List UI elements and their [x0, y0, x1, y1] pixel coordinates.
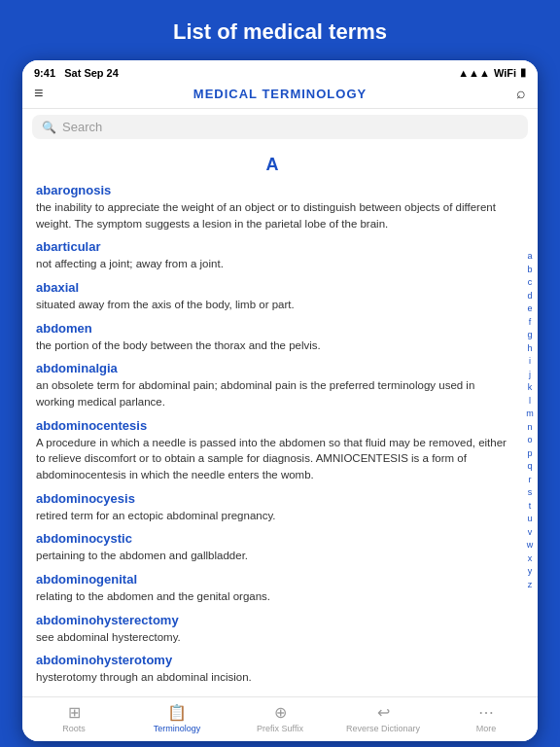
page-header-title: List of medical terms: [173, 19, 387, 44]
term-entry[interactable]: abdominocentesisA procedure in which a n…: [36, 418, 508, 483]
tab-more[interactable]: ⋯More: [435, 703, 538, 733]
term-entry[interactable]: abdomenthe portion of the body between t…: [36, 321, 508, 354]
alpha-letter-n[interactable]: n: [527, 421, 532, 435]
term-entry[interactable]: abdominocysticpertaining to the abdomen …: [36, 531, 508, 564]
term-name: abdominopelvic: [36, 694, 508, 696]
alpha-letter-k[interactable]: k: [528, 381, 533, 395]
term-entry[interactable]: abdominohysterotomyhysterotomy through a…: [36, 653, 508, 686]
alpha-letter-v[interactable]: v: [528, 526, 533, 540]
alpha-letter-x[interactable]: x: [528, 552, 533, 566]
tab-roots[interactable]: ⊞Roots: [22, 703, 125, 733]
search-placeholder: Search: [62, 120, 102, 134]
search-bar[interactable]: 🔍 Search: [32, 115, 528, 139]
alpha-letter-b[interactable]: b: [527, 264, 532, 277]
alpha-letter-m[interactable]: m: [526, 408, 534, 421]
status-time-date: 9:41 Sat Sep 24: [34, 67, 119, 79]
term-name: abdominogenital: [36, 572, 508, 587]
page-header: List of medical terms: [0, 0, 560, 60]
alpha-letter-p[interactable]: p: [527, 447, 532, 461]
alpha-letter-y[interactable]: y: [528, 565, 533, 579]
term-name: abdominohysterectomy: [36, 613, 508, 627]
status-icons: ▲▲▲ WiFi ▮: [458, 66, 526, 79]
tab-prefix-suffix[interactable]: ⊕Prefix Suffix: [228, 703, 332, 733]
term-entry[interactable]: abdominalgiaan obsolete term for abdomin…: [36, 361, 508, 409]
alpha-letter-j[interactable]: j: [529, 369, 531, 382]
alpha-letter-w[interactable]: w: [527, 539, 534, 552]
menu-icon[interactable]: ≡: [34, 85, 57, 102]
term-entry[interactable]: abdominogenitalrelating to the abdomen a…: [36, 572, 508, 605]
tab-label-3: Reverse Dictionary: [346, 724, 420, 733]
alpha-letter-h[interactable]: h: [527, 342, 532, 356]
term-entry[interactable]: abaxialsituated away from the axis of th…: [36, 280, 508, 313]
alpha-letter-c[interactable]: c: [528, 276, 533, 290]
term-definition: the portion of the body between the thor…: [36, 338, 508, 354]
term-definition: an obsolete term for abdominal pain; abd…: [36, 377, 508, 409]
terms-list[interactable]: A abarognosisthe inability to appreciate…: [22, 145, 522, 696]
tab-icon-3: ↩: [377, 703, 390, 722]
content-area: A abarognosisthe inability to appreciate…: [22, 145, 538, 696]
alpha-letter-q[interactable]: q: [527, 460, 532, 474]
tab-bar: ⊞Roots📋Terminology⊕Prefix Suffix↩Reverse…: [22, 696, 538, 741]
tab-label-1: Terminology: [154, 724, 201, 733]
alpha-letter-i[interactable]: i: [529, 355, 531, 369]
term-definition: see abdominal hysterectomy.: [36, 629, 508, 646]
alpha-letter-s[interactable]: s: [528, 486, 533, 500]
term-name: abarognosis: [36, 183, 508, 197]
term-definition: not affecting a joint; away from a joint…: [36, 256, 508, 272]
term-definition: relating to the abdomen and the genital …: [36, 588, 508, 605]
terms-container: abarognosisthe inability to appreciate t…: [36, 183, 508, 696]
alpha-letter-o[interactable]: o: [527, 434, 532, 447]
alpha-letter-t[interactable]: t: [529, 500, 532, 514]
term-entry[interactable]: abarticularnot affecting a joint; away f…: [36, 239, 508, 272]
tab-icon-0: ⊞: [68, 703, 81, 722]
tab-terminology[interactable]: 📋Terminology: [125, 703, 228, 733]
term-name: abdominocyesis: [36, 491, 508, 506]
tab-label-4: More: [476, 724, 497, 733]
term-entry[interactable]: abdominohysterectomysee abdominal hyster…: [36, 613, 508, 646]
search-icon[interactable]: ⌕: [503, 85, 526, 102]
alpha-letter-e[interactable]: e: [527, 302, 532, 316]
tab-label-0: Roots: [62, 724, 86, 733]
term-name: abdominocentesis: [36, 418, 508, 433]
term-entry[interactable]: abdominocyesisretired term for an ectopi…: [36, 491, 508, 524]
term-definition: hysterotomy through an abdominal incisio…: [36, 669, 508, 686]
tab-icon-2: ⊕: [274, 703, 287, 722]
alpha-letter-u[interactable]: u: [527, 513, 532, 526]
app-navbar: ≡ MEDICAL TERMINOLOGY ⌕: [22, 81, 538, 109]
tab-label-2: Prefix Suffix: [257, 724, 303, 733]
alpha-letter-a[interactable]: a: [527, 250, 532, 264]
alpha-letter-l[interactable]: l: [529, 395, 531, 409]
term-name: abarticular: [36, 239, 508, 254]
term-name: abdominalgia: [36, 361, 508, 375]
alpha-letter-f[interactable]: f: [529, 316, 532, 330]
term-definition: the inability to appreciate the weight o…: [36, 199, 508, 231]
term-definition: A procedure in which a needle is passed …: [36, 435, 508, 483]
tab-reverse-dictionary[interactable]: ↩Reverse Dictionary: [332, 703, 435, 733]
alpha-letter-g[interactable]: g: [527, 329, 532, 342]
alphabet-sidebar: abcdefghijklmnopqrstuvwxyz: [522, 145, 538, 696]
term-entry[interactable]: abarognosisthe inability to appreciate t…: [36, 183, 508, 231]
alpha-letter-r[interactable]: r: [529, 474, 532, 487]
term-definition: pertaining to the abdomen and gallbladde…: [36, 548, 508, 564]
term-entry[interactable]: abdominopelvicpertaining to the abdomina…: [36, 694, 508, 696]
alpha-letter-z[interactable]: z: [528, 579, 533, 592]
tab-icon-1: 📋: [167, 703, 187, 722]
device-frame: 9:41 Sat Sep 24 ▲▲▲ WiFi ▮ ≡ MEDICAL TER…: [22, 60, 538, 741]
term-definition: retired term for an ectopic abdominal pr…: [36, 508, 508, 524]
term-name: abaxial: [36, 280, 508, 295]
term-name: abdomen: [36, 321, 508, 336]
term-name: abdominohysterotomy: [36, 653, 508, 667]
term-definition: situated away from the axis of the body,…: [36, 297, 508, 313]
section-letter-a: A: [36, 149, 508, 183]
status-bar: 9:41 Sat Sep 24 ▲▲▲ WiFi ▮: [22, 60, 538, 81]
alpha-letter-d[interactable]: d: [527, 290, 532, 303]
tab-icon-4: ⋯: [478, 703, 494, 722]
term-name: abdominocystic: [36, 531, 508, 546]
search-inner-icon: 🔍: [42, 121, 56, 134]
navbar-title: MEDICAL TERMINOLOGY: [57, 87, 503, 101]
